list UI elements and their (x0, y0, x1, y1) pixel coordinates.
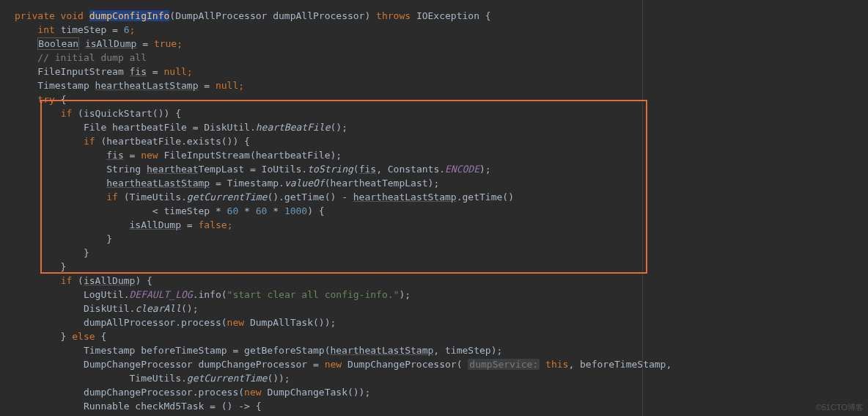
code-line: isAllDump = false; (15, 219, 232, 230)
code-line: heartheatLastStamp = Timestamp.valueOf(h… (15, 178, 439, 189)
code-line: private void dumpConfigInfo(DumpAllProce… (15, 10, 491, 21)
code-line: DiskUtil.clearAll(); (15, 303, 198, 314)
code-line: if (isQuickStart()) { (15, 108, 181, 119)
code-line: } (15, 247, 89, 258)
watermark: ©51CTO博客 (816, 402, 864, 413)
code-line: } (15, 233, 112, 244)
code-line: String heartheatTempLast = IoUtils.toStr… (15, 164, 491, 175)
code-line: dumpAllProcessor.process(new DumpAllTask… (15, 317, 336, 328)
code-line: Runnable checkMd5Task = () -> { (15, 401, 262, 412)
code-line: } (15, 261, 66, 272)
code-line: DumpChangeProcessor dumpChangeProcessor … (15, 359, 672, 370)
code-line: Timestamp heartheatLastStamp = null; (15, 80, 244, 91)
code-line: int timeStep = 6; (15, 24, 135, 35)
vertical-guide (642, 0, 643, 416)
code-editor[interactable]: private void dumpConfigInfo(DumpAllProce… (0, 0, 868, 413)
code-line: FileInputStream fis = null; (15, 66, 193, 77)
code-line: TimeUtils.getCurrentTime()); (15, 373, 290, 384)
code-line: } else { (15, 331, 106, 342)
code-line: if (heartbeatFile.exists()) { (15, 136, 250, 147)
code-line: dumpChangeProcessor.process(new DumpChan… (15, 387, 370, 398)
code-line: File heartbeatFile = DiskUtil.heartBeatF… (15, 122, 347, 133)
code-line: if (TimeUtils.getCurrentTime().getTime()… (15, 191, 514, 202)
code-line: Boolean isAllDump = true; (15, 37, 183, 50)
code-line: // initial dump all (15, 52, 147, 63)
code-line: fis = new FileInputStream(heartbeatFile)… (15, 150, 342, 161)
code-line: Timestamp beforeTimeStamp = getBeforeSta… (15, 345, 502, 356)
code-line: try { (15, 94, 66, 105)
code-line: if (isAllDump) { (15, 275, 152, 286)
code-line: < timeStep * 60 * 60 * 1000) { (15, 205, 325, 216)
code-line: LogUtil.DEFAULT_LOG.info("start clear al… (15, 289, 411, 300)
